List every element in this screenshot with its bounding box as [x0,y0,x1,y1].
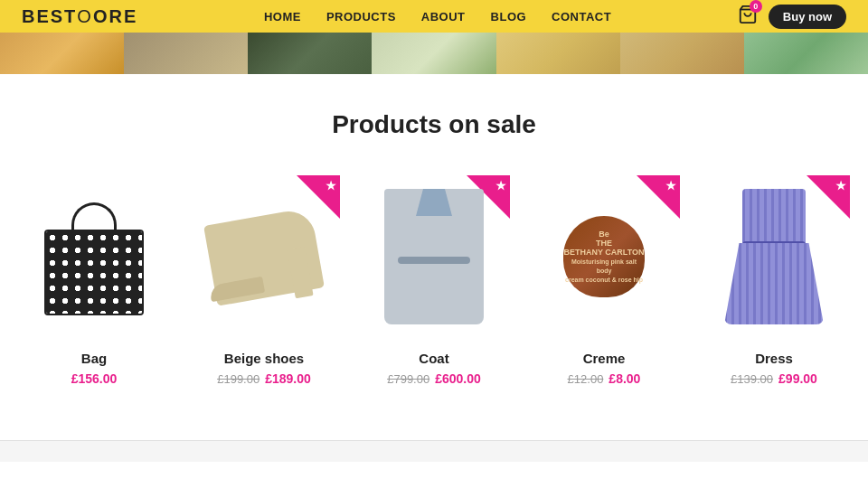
price-original-creme: £12.00 [568,372,604,386]
products-grid: Bag £156.00 ★ Beige shoes £199.00 £189.0… [18,175,850,386]
price-original-beige-shoes: £199.00 [217,372,259,386]
hero-seg-3 [248,33,372,74]
product-price-coat: £799.00 £600.00 [387,371,481,386]
product-price-dress: £139.00 £99.00 [731,371,817,386]
shoe-illustration [205,198,323,315]
product-name-dress: Dress [755,351,793,366]
hero-seg-4 [372,33,495,74]
product-card-bag[interactable]: Bag £156.00 [18,175,170,386]
hero-seg-6 [620,33,744,74]
product-image-coat: ★ [358,175,510,338]
price-original-coat: £799.00 [387,372,429,386]
price-bag: £156.00 [71,371,118,386]
section-title: Products on sale [18,110,850,139]
product-name-coat: Coat [419,351,448,366]
product-card-coat[interactable]: ★ Coat £799.00 £600.00 [358,175,510,386]
creme-label: BeTHEBETHANY CARLTONMoisturising pink sa… [563,230,645,284]
logo[interactable]: BESTOORE [22,6,137,27]
sale-star-coat: ★ [495,179,506,192]
product-price-beige-shoes: £199.00 £189.00 [217,371,311,386]
product-card-creme[interactable]: ★ BeTHEBETHANY CARLTONMoisturising pink … [528,175,680,386]
coat-illustration [384,189,484,324]
hero-seg-5 [496,33,620,74]
footer-bar [0,440,868,462]
price-original-dress: £139.00 [731,372,773,386]
main-content: Products on sale Bag £156.00 ★ [0,74,868,440]
hero-banner [0,33,868,74]
nav: HOME PRODUCTS ABOUT BLOG CONTACT [264,10,611,23]
product-image-bag [18,175,170,338]
bag-illustration [44,198,144,315]
sale-star-creme: ★ [665,179,676,192]
sale-star-beige-shoes: ★ [326,179,336,192]
header: BESTOORE HOME PRODUCTS ABOUT BLOG CONTAC… [0,0,868,33]
buy-now-button[interactable]: Buy now [769,5,846,29]
dress-illustration [724,189,824,324]
price-sale-creme: £8.00 [609,371,640,386]
product-image-dress: ★ [698,175,850,338]
product-price-creme: £12.00 £8.00 [568,371,641,386]
hero-seg-7 [744,33,868,74]
product-card-beige-shoes[interactable]: ★ Beige shoes £199.00 £189.00 [188,175,340,386]
cart-badge: 0 [750,0,762,13]
sale-star-dress: ★ [835,179,846,192]
product-name-bag: Bag [81,351,107,366]
product-name-creme: Creme [583,351,626,366]
product-image-beige-shoes: ★ [188,175,340,338]
product-name-beige-shoes: Beige shoes [224,351,304,366]
nav-about[interactable]: ABOUT [421,10,466,23]
hero-seg-2 [124,33,248,74]
hero-seg-1 [0,33,124,74]
product-card-dress[interactable]: ★ Dress £139.00 £99.00 [698,175,850,386]
price-sale-beige-shoes: £189.00 [265,371,311,386]
nav-contact[interactable]: CONTACT [552,10,611,23]
cart-button[interactable]: 0 [738,5,758,28]
nav-products[interactable]: PRODUCTS [326,10,396,23]
product-price-bag: £156.00 [71,371,118,386]
price-sale-dress: £99.00 [778,371,817,386]
product-image-creme: ★ BeTHEBETHANY CARLTONMoisturising pink … [528,175,680,338]
creme-illustration: BeTHEBETHANY CARLTONMoisturising pink sa… [563,216,645,297]
header-actions: 0 Buy now [738,5,846,29]
nav-home[interactable]: HOME [264,10,301,23]
price-sale-coat: £600.00 [435,371,481,386]
nav-blog[interactable]: BLOG [491,10,527,23]
